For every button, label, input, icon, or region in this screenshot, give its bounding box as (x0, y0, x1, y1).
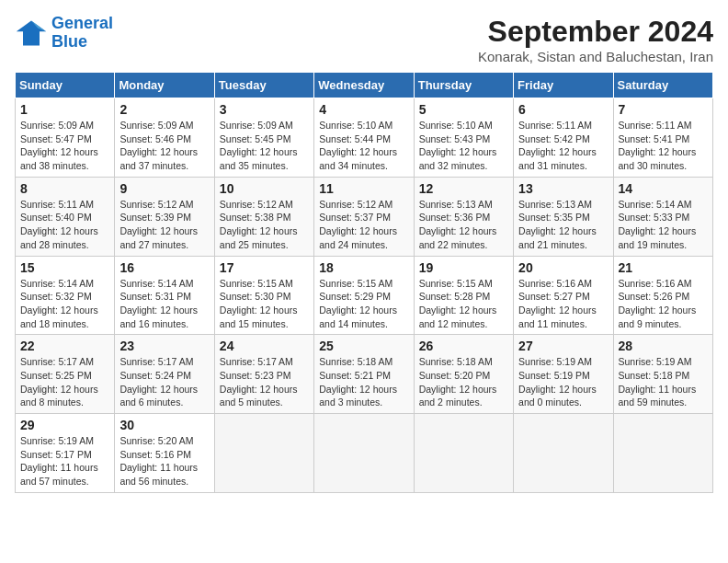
day-info: Sunrise: 5:09 AM Sunset: 5:47 PM Dayligh… (20, 119, 109, 173)
calendar-cell: 24Sunrise: 5:17 AM Sunset: 5:23 PM Dayli… (214, 335, 313, 414)
calendar-cell: 10Sunrise: 5:12 AM Sunset: 5:38 PM Dayli… (214, 177, 313, 256)
calendar-cell: 26Sunrise: 5:18 AM Sunset: 5:20 PM Dayli… (414, 335, 513, 414)
day-number: 9 (119, 181, 209, 196)
calendar-body: 1Sunrise: 5:09 AM Sunset: 5:47 PM Daylig… (16, 98, 713, 493)
day-info: Sunrise: 5:09 AM Sunset: 5:45 PM Dayligh… (220, 119, 309, 173)
calendar-cell: 7Sunrise: 5:11 AM Sunset: 5:41 PM Daylig… (613, 98, 712, 178)
calendar-cell: 16Sunrise: 5:14 AM Sunset: 5:31 PM Dayli… (115, 256, 214, 335)
day-number: 2 (119, 102, 209, 117)
day-number: 25 (319, 339, 408, 353)
calendar-cell: 27Sunrise: 5:19 AM Sunset: 5:19 PM Dayli… (514, 335, 613, 414)
month-title: September 2024 (478, 15, 713, 49)
day-info: Sunrise: 5:17 AM Sunset: 5:23 PM Dayligh… (220, 355, 309, 409)
day-number: 14 (619, 181, 708, 196)
logo-text: General Blue (51, 15, 113, 52)
day-info: Sunrise: 5:18 AM Sunset: 5:20 PM Dayligh… (419, 355, 508, 409)
calendar-cell: 11Sunrise: 5:12 AM Sunset: 5:37 PM Dayli… (314, 177, 414, 256)
day-info: Sunrise: 5:16 AM Sunset: 5:27 PM Dayligh… (518, 277, 608, 331)
calendar-header: SundayMondayTuesdayWednesdayThursdayFrid… (16, 73, 713, 98)
day-info: Sunrise: 5:09 AM Sunset: 5:46 PM Dayligh… (119, 119, 209, 173)
day-info: Sunrise: 5:11 AM Sunset: 5:41 PM Dayligh… (619, 119, 708, 173)
day-info: Sunrise: 5:19 AM Sunset: 5:19 PM Dayligh… (518, 355, 608, 409)
week-row-5: 29Sunrise: 5:19 AM Sunset: 5:17 PM Dayli… (16, 414, 713, 493)
calendar-cell (514, 414, 613, 493)
svg-marker-0 (17, 20, 46, 45)
day-number: 11 (319, 181, 408, 196)
calendar-cell: 8Sunrise: 5:11 AM Sunset: 5:40 PM Daylig… (16, 177, 115, 256)
calendar-cell: 30Sunrise: 5:20 AM Sunset: 5:16 PM Dayli… (115, 414, 214, 493)
weekday-header-thursday: Thursday (414, 73, 513, 98)
day-info: Sunrise: 5:14 AM Sunset: 5:32 PM Dayligh… (20, 277, 109, 331)
calendar-cell: 20Sunrise: 5:16 AM Sunset: 5:27 PM Dayli… (514, 256, 613, 335)
weekday-header-saturday: Saturday (613, 73, 712, 98)
day-info: Sunrise: 5:11 AM Sunset: 5:40 PM Dayligh… (20, 198, 109, 252)
calendar-cell: 22Sunrise: 5:17 AM Sunset: 5:25 PM Dayli… (16, 335, 115, 414)
calendar-cell: 28Sunrise: 5:19 AM Sunset: 5:18 PM Dayli… (613, 335, 712, 414)
day-info: Sunrise: 5:17 AM Sunset: 5:24 PM Dayligh… (119, 355, 209, 409)
weekday-header-sunday: Sunday (16, 73, 115, 98)
calendar-cell (214, 414, 313, 493)
title-area: September 2024 Konarak, Sistan and Baluc… (478, 15, 713, 64)
calendar-cell (414, 414, 513, 493)
calendar-cell: 18Sunrise: 5:15 AM Sunset: 5:29 PM Dayli… (314, 256, 414, 335)
week-row-2: 8Sunrise: 5:11 AM Sunset: 5:40 PM Daylig… (16, 177, 713, 256)
calendar-cell: 12Sunrise: 5:13 AM Sunset: 5:36 PM Dayli… (414, 177, 513, 256)
logo-line2: Blue (51, 32, 87, 51)
header: General Blue September 2024 Konarak, Sis… (15, 15, 713, 64)
weekday-header-friday: Friday (514, 73, 613, 98)
day-info: Sunrise: 5:10 AM Sunset: 5:44 PM Dayligh… (319, 119, 408, 173)
calendar-cell: 29Sunrise: 5:19 AM Sunset: 5:17 PM Dayli… (16, 414, 115, 493)
day-info: Sunrise: 5:13 AM Sunset: 5:35 PM Dayligh… (518, 198, 608, 252)
day-number: 7 (619, 102, 708, 117)
day-info: Sunrise: 5:15 AM Sunset: 5:29 PM Dayligh… (319, 277, 408, 331)
calendar-cell: 13Sunrise: 5:13 AM Sunset: 5:35 PM Dayli… (514, 177, 613, 256)
logo: General Blue (15, 15, 113, 52)
weekday-header-row: SundayMondayTuesdayWednesdayThursdayFrid… (16, 73, 713, 98)
day-info: Sunrise: 5:20 AM Sunset: 5:16 PM Dayligh… (119, 434, 209, 488)
day-info: Sunrise: 5:15 AM Sunset: 5:30 PM Dayligh… (220, 277, 309, 331)
day-info: Sunrise: 5:10 AM Sunset: 5:43 PM Dayligh… (419, 119, 508, 173)
day-number: 26 (419, 339, 508, 353)
location-subtitle: Konarak, Sistan and Baluchestan, Iran (478, 49, 713, 64)
day-number: 30 (119, 418, 209, 432)
day-info: Sunrise: 5:18 AM Sunset: 5:21 PM Dayligh… (319, 355, 408, 409)
weekday-header-tuesday: Tuesday (214, 73, 313, 98)
day-number: 27 (518, 339, 608, 353)
week-row-1: 1Sunrise: 5:09 AM Sunset: 5:47 PM Daylig… (16, 98, 713, 178)
day-number: 29 (20, 418, 109, 432)
week-row-4: 22Sunrise: 5:17 AM Sunset: 5:25 PM Dayli… (16, 335, 713, 414)
day-number: 23 (119, 339, 209, 353)
day-info: Sunrise: 5:14 AM Sunset: 5:31 PM Dayligh… (119, 277, 209, 331)
day-number: 5 (419, 102, 508, 117)
day-number: 18 (319, 260, 408, 275)
day-info: Sunrise: 5:12 AM Sunset: 5:38 PM Dayligh… (220, 198, 309, 252)
day-info: Sunrise: 5:19 AM Sunset: 5:18 PM Dayligh… (619, 355, 708, 409)
calendar-cell: 17Sunrise: 5:15 AM Sunset: 5:30 PM Dayli… (214, 256, 313, 335)
day-info: Sunrise: 5:13 AM Sunset: 5:36 PM Dayligh… (419, 198, 508, 252)
day-number: 6 (518, 102, 608, 117)
calendar-cell: 25Sunrise: 5:18 AM Sunset: 5:21 PM Dayli… (314, 335, 414, 414)
calendar-cell: 1Sunrise: 5:09 AM Sunset: 5:47 PM Daylig… (16, 98, 115, 178)
day-info: Sunrise: 5:12 AM Sunset: 5:39 PM Dayligh… (119, 198, 209, 252)
day-number: 3 (220, 102, 309, 117)
day-number: 19 (419, 260, 508, 275)
day-number: 13 (518, 181, 608, 196)
day-info: Sunrise: 5:17 AM Sunset: 5:25 PM Dayligh… (20, 355, 109, 409)
day-info: Sunrise: 5:15 AM Sunset: 5:28 PM Dayligh… (419, 277, 508, 331)
calendar-cell (314, 414, 414, 493)
logo-icon (15, 17, 48, 50)
day-number: 12 (419, 181, 508, 196)
calendar-cell: 4Sunrise: 5:10 AM Sunset: 5:44 PM Daylig… (314, 98, 414, 178)
calendar-cell: 6Sunrise: 5:11 AM Sunset: 5:42 PM Daylig… (514, 98, 613, 178)
calendar-cell: 21Sunrise: 5:16 AM Sunset: 5:26 PM Dayli… (613, 256, 712, 335)
calendar-cell: 5Sunrise: 5:10 AM Sunset: 5:43 PM Daylig… (414, 98, 513, 178)
weekday-header-monday: Monday (115, 73, 214, 98)
calendar-cell: 23Sunrise: 5:17 AM Sunset: 5:24 PM Dayli… (115, 335, 214, 414)
week-row-3: 15Sunrise: 5:14 AM Sunset: 5:32 PM Dayli… (16, 256, 713, 335)
day-number: 20 (518, 260, 608, 275)
day-number: 21 (619, 260, 708, 275)
day-number: 16 (119, 260, 209, 275)
day-number: 1 (20, 102, 109, 117)
calendar-cell: 19Sunrise: 5:15 AM Sunset: 5:28 PM Dayli… (414, 256, 513, 335)
day-number: 8 (20, 181, 109, 196)
